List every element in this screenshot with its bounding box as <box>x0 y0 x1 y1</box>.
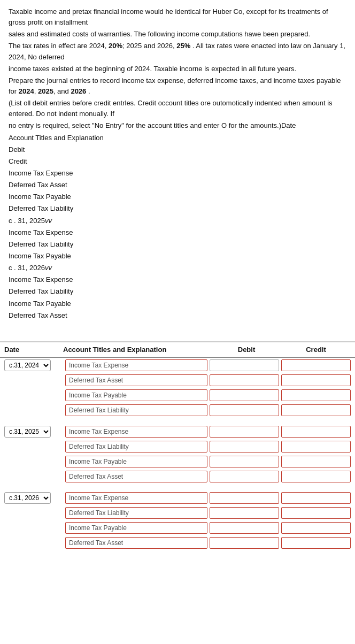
debit-cell[interactable] <box>210 374 279 386</box>
debit-cell[interactable] <box>210 441 279 453</box>
account-cell[interactable] <box>65 537 207 549</box>
credit-cell[interactable] <box>281 492 351 504</box>
account-cell[interactable] <box>65 389 207 401</box>
credit-input-2026-2[interactable] <box>281 507 351 519</box>
account-input-2025-4[interactable] <box>65 471 207 482</box>
text-line-9: Debit <box>9 144 346 155</box>
header-debit: Debit <box>212 346 281 354</box>
account-cell[interactable] <box>65 471 207 482</box>
credit-input-2024-1[interactable] <box>281 359 351 371</box>
debit-cell[interactable] <box>210 456 279 467</box>
debit-input-2026-3[interactable] <box>210 522 279 534</box>
credit-input-2024-3[interactable] <box>281 389 351 401</box>
debit-input-2024-2[interactable] <box>210 374 279 386</box>
credit-cell[interactable] <box>281 522 351 534</box>
debit-input-2025-2[interactable] <box>210 441 279 453</box>
account-input-2026-3[interactable] <box>65 522 207 534</box>
credit-input-2024-4[interactable] <box>281 404 351 416</box>
table-row <box>4 535 351 550</box>
table-row <box>4 439 351 454</box>
account-input-2024-3[interactable] <box>65 389 207 401</box>
credit-input-2026-4[interactable] <box>281 537 351 549</box>
credit-cell[interactable] <box>281 537 351 549</box>
table-row <box>4 469 351 484</box>
journal-entry-table: Date Account Titles and Explanation Debi… <box>0 341 355 559</box>
date-select-2025[interactable]: c.31, 2025 <box>4 426 51 438</box>
account-cell[interactable] <box>65 441 207 453</box>
debit-input-2024-3[interactable] <box>210 389 279 401</box>
date-select-2024[interactable]: c.31, 2024 <box>4 359 51 371</box>
text-line-3: The tax rates in effect are 2024, 20%; 2… <box>9 41 346 62</box>
debit-cell[interactable] <box>210 359 279 371</box>
account-input-2026-2[interactable] <box>65 507 207 519</box>
debit-cell[interactable] <box>210 537 279 549</box>
account-cell[interactable] <box>65 426 207 438</box>
account-cell[interactable] <box>65 359 207 371</box>
account-cell[interactable] <box>65 404 207 416</box>
date-cell-2025[interactable]: c.31, 2025 <box>4 426 63 438</box>
credit-input-2024-2[interactable] <box>281 374 351 386</box>
text-line-6: (List oll debit entries before credit en… <box>9 98 346 119</box>
table-row: c.31, 2024 <box>4 358 351 373</box>
credit-cell[interactable] <box>281 441 351 453</box>
date-cell-2026[interactable]: c.31, 2026 <box>4 492 63 504</box>
entry-group-2024: c.31, 2024 <box>4 358 351 418</box>
account-input-2025-3[interactable] <box>65 456 207 467</box>
credit-cell[interactable] <box>281 507 351 519</box>
debit-input-2025-3[interactable] <box>210 456 279 467</box>
debit-input-2026-2[interactable] <box>210 507 279 519</box>
credit-cell[interactable] <box>281 471 351 482</box>
text-line-7: no entry is required, select "No Entry" … <box>9 120 346 131</box>
credit-input-2025-2[interactable] <box>281 441 351 453</box>
account-input-2024-1[interactable] <box>65 359 207 371</box>
account-cell[interactable] <box>65 522 207 534</box>
credit-input-2025-3[interactable] <box>281 456 351 467</box>
account-cell[interactable] <box>65 492 207 504</box>
debit-cell[interactable] <box>210 507 279 519</box>
account-input-2025-2[interactable] <box>65 441 207 453</box>
table-row: c.31, 2025 <box>4 424 351 439</box>
table-row <box>4 505 351 520</box>
account-input-2026-4[interactable] <box>65 537 207 549</box>
credit-input-2025-1[interactable] <box>281 426 351 438</box>
account-input-2024-2[interactable] <box>65 374 207 386</box>
credit-cell[interactable] <box>281 374 351 386</box>
text-line-10: Credit <box>9 156 346 167</box>
text-line-12: Deferred Tax Asset <box>9 180 346 190</box>
credit-input-2025-4[interactable] <box>281 471 351 482</box>
credit-input-2026-3[interactable] <box>281 522 351 534</box>
account-input-2026-1[interactable] <box>65 492 207 504</box>
debit-cell[interactable] <box>210 389 279 401</box>
account-cell[interactable] <box>65 374 207 386</box>
account-input-2024-4[interactable] <box>65 404 207 416</box>
credit-cell[interactable] <box>281 404 351 416</box>
debit-input-2025-1[interactable] <box>210 426 279 438</box>
account-cell[interactable] <box>65 507 207 519</box>
account-cell[interactable] <box>65 456 207 467</box>
credit-cell[interactable] <box>281 389 351 401</box>
debit-cell[interactable] <box>210 492 279 504</box>
credit-cell[interactable] <box>281 456 351 467</box>
text-line-17: Deferred Tax Liability <box>9 239 346 250</box>
credit-input-2026-1[interactable] <box>281 492 351 504</box>
text-line-13: Income Tax Payable <box>9 191 346 202</box>
credit-cell[interactable] <box>281 426 351 438</box>
table-row: c.31, 2026 <box>4 490 351 505</box>
debit-cell[interactable] <box>210 426 279 438</box>
table-row <box>4 454 351 469</box>
account-input-2025-1[interactable] <box>65 426 207 438</box>
debit-input-2026-4[interactable] <box>210 537 279 549</box>
header-account: Account Titles and Explanation <box>63 346 212 354</box>
debit-input-2025-4[interactable] <box>210 471 279 482</box>
credit-cell[interactable] <box>281 359 351 371</box>
text-line-2: sales and estimated costs of warranties.… <box>9 29 346 40</box>
debit-cell[interactable] <box>210 471 279 482</box>
debit-cell[interactable] <box>210 522 279 534</box>
entry-group-2025: c.31, 2025 <box>4 424 351 484</box>
debit-input-2024-1[interactable] <box>210 359 279 371</box>
debit-cell[interactable] <box>210 404 279 416</box>
date-select-2026[interactable]: c.31, 2026 <box>4 492 51 504</box>
date-cell-2024[interactable]: c.31, 2024 <box>4 359 63 371</box>
debit-input-2026-1[interactable] <box>210 492 279 504</box>
debit-input-2024-4[interactable] <box>210 404 279 416</box>
